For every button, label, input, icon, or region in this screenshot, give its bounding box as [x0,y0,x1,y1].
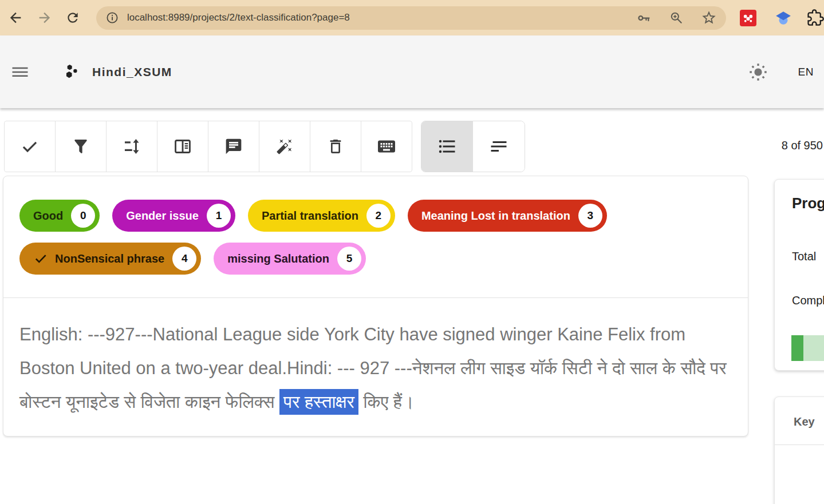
project-icon [62,62,81,82]
hamburger-menu-icon [10,62,30,82]
language-selector[interactable]: EN [798,66,814,78]
mendeley-extension-icon[interactable] [740,10,756,26]
reload-icon [65,10,80,25]
label-chip-text: Meaning Lost in translation [421,209,570,223]
progress-total-label: Total [775,212,824,263]
progress-completed-label: Completed [775,263,824,307]
label-shortcut-key: 0 [71,204,95,228]
label-chip-text: missing Salutation [227,252,329,265]
menu-button[interactable] [9,61,31,84]
shortcut-key-card: Key [774,396,824,504]
approve-button[interactable] [4,121,56,172]
progress-bar-done [791,335,803,361]
progress-bar-remaining [803,335,824,361]
password-key-icon[interactable] [636,10,652,26]
order-button[interactable] [106,121,157,172]
label-shortcut-key: 3 [578,204,602,228]
list-view-button[interactable] [421,121,473,172]
label-shortcut-key: 4 [172,247,196,271]
document-card: Good 0 Gender issue 1 Partial translatio… [3,176,748,436]
label-chip-missing-salutation[interactable]: missing Salutation 5 [214,243,366,275]
open-book-icon [173,137,192,156]
label-shortcut-key: 1 [207,204,231,228]
format-list-bulleted-icon [437,136,458,157]
label-chip-nonsensical-phrase[interactable]: NonSensical phrase 4 [19,243,201,275]
url-bar[interactable]: localhost:8989/projects/2/text-classific… [96,6,726,30]
progress-title: Progress [775,180,824,212]
keyboard-icon [376,136,397,157]
check-icon [20,137,40,156]
magic-wand-icon [275,137,294,156]
view-mode-toggle [421,121,525,172]
clear-button[interactable] [310,121,361,172]
label-chip-text: Gender issue [126,209,199,223]
page-title: Hindi_XSUM [92,65,172,79]
label-chip-text: NonSensical phrase [55,252,164,265]
label-chip-partial-translation[interactable]: Partial translation 2 [248,200,395,232]
label-chip-gender-issue[interactable]: Gender issue 1 [112,200,235,232]
label-chip-text: Partial translation [262,209,358,223]
comment-icon [224,137,243,156]
label-shortcut-key: 2 [366,204,391,228]
sun-theme-icon [748,62,768,82]
trash-icon [326,137,345,156]
label-chips: Good 0 Gender issue 1 Partial translatio… [3,176,748,297]
label-chip-text: Good [33,209,63,223]
extensions-area [740,9,824,26]
divider [775,445,824,445]
auto-label-button[interactable] [259,121,310,172]
label-shortcut-key: 5 [337,247,361,271]
back-arrow-icon [7,10,23,26]
label-chip-meaning-lost[interactable]: Meaning Lost in translation 3 [408,200,607,232]
filter-funnel-icon [72,137,90,156]
sort-icon [122,137,141,156]
guideline-button[interactable] [157,121,208,172]
shortcuts-button[interactable] [361,121,412,172]
text-span: किए हैं। [358,392,414,412]
highlighted-span: पर हस्ताक्षर [279,389,358,415]
browser-back-button[interactable] [6,8,25,27]
progress-card: Progress Total Completed [774,179,824,371]
filter-button[interactable] [55,121,107,172]
app-header: Hindi_XSUM EN [0,35,824,108]
progress-bar [791,335,824,361]
format-text-icon [488,136,509,157]
zoom-in-icon[interactable] [669,10,684,25]
check-icon [33,251,48,266]
browser-reload-button[interactable] [64,8,82,27]
text-view-button[interactable] [473,121,525,172]
pagination-counter: 8 of 950 [782,139,823,152]
scholar-extension-icon[interactable] [775,9,792,26]
extensions-puzzle-icon[interactable] [807,9,824,26]
site-info-icon[interactable] [105,11,119,25]
url-text: localhost:8989/projects/2/text-classific… [127,12,619,23]
label-chip-good[interactable]: Good 0 [19,200,100,232]
annotation-toolbar [4,121,525,172]
browser-forward-button[interactable] [35,8,54,27]
star-bookmark-icon[interactable] [701,10,717,26]
document-text: English: ---927---National League side Y… [3,298,748,436]
theme-toggle-button[interactable] [746,59,771,85]
browser-chrome: localhost:8989/projects/2/text-classific… [0,0,824,35]
comment-button[interactable] [208,121,259,172]
key-card-title: Key [775,397,824,428]
forward-arrow-icon [37,10,53,26]
